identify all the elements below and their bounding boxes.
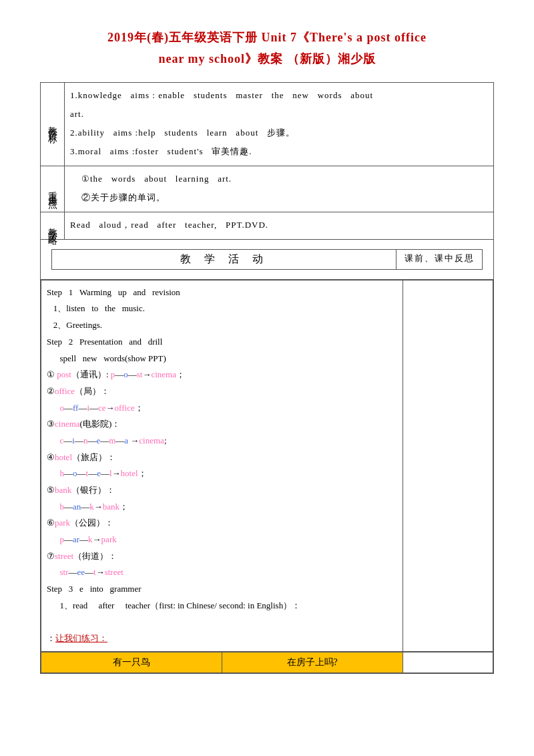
activities-header-row: 教 学 活 动 课前、课中反思 — [41, 239, 494, 279]
review-label: 课前、课中反思 — [396, 249, 483, 269]
activities-side-content — [403, 280, 493, 651]
activities-header-cell: 教 学 活 动 课前、课中反思 — [41, 239, 494, 279]
activities-label: 教 学 活 动 — [52, 249, 396, 269]
key-points-row: 重点难点 ①the words about learning art. ②关于步… — [41, 166, 494, 212]
teaching-goals-label: 教学目标 — [41, 82, 65, 166]
main-table: 教学目标 1.knowledge aims : enable students … — [40, 82, 494, 674]
teaching-goals-content: 1.knowledge aims : enable students maste… — [65, 82, 494, 166]
activities-main-content: Step 1 Warming up and revision 1、listen … — [41, 280, 403, 651]
bottom-left-cell: 有一只鸟 — [41, 652, 222, 673]
key-points-label: 重点难点 — [41, 166, 65, 212]
strategy-content: Read aloud，read after teacher, PPT.DVD. — [65, 212, 494, 239]
bottom-right-cell: 在房子上吗? — [222, 652, 403, 673]
bottom-side-cell — [403, 652, 493, 673]
page-title: 2019年(春)五年级英语下册 Unit 7《There's a post of… — [40, 27, 494, 70]
strategy-row: 教学策略 Read aloud，read after teacher, PPT.… — [41, 212, 494, 239]
teaching-goals-row: 教学目标 1.knowledge aims : enable students … — [41, 82, 494, 166]
bottom-row: 有一只鸟 在房子上吗? — [41, 652, 494, 674]
key-points-content: ①the words about learning art. ②关于步骤的单词。 — [65, 166, 494, 212]
strategy-label: 教学策略 — [41, 212, 65, 239]
activities-header-text: 教 学 活 动 课前、课中反思 — [46, 244, 488, 275]
activities-content-row: Step 1 Warming up and revision 1、listen … — [41, 279, 494, 652]
